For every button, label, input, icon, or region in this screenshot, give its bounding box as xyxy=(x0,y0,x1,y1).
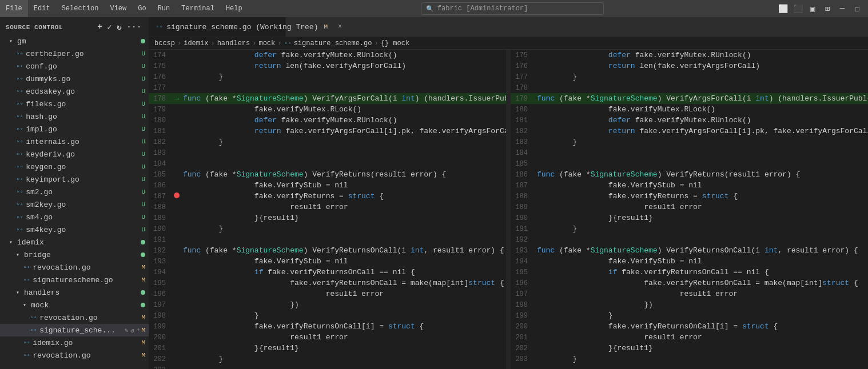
refresh-icon[interactable]: ↻ xyxy=(116,22,123,33)
code-line-196: 196 result1 error xyxy=(149,288,506,299)
status-badge: U xyxy=(141,188,149,195)
code-line-174: 174 defer fake.verifyMutex.RUnlock() xyxy=(149,50,506,61)
gutter-178: → xyxy=(173,93,181,104)
gutter-189 xyxy=(173,212,181,223)
line-num-186: 186 xyxy=(149,180,173,191)
expand-arrow-idemix: ▾ xyxy=(9,239,17,246)
sidebar-item-sm2[interactable]: ◦◦ sm2.go U xyxy=(0,186,149,198)
folder-label-mock: mock xyxy=(31,301,141,310)
rline-num-182: 182 xyxy=(511,126,535,137)
sidebar-item-gm[interactable]: ▾ gm xyxy=(0,35,149,47)
sidebar-item-keygen[interactable]: ◦◦ keygen.go U xyxy=(0,161,149,173)
layout-btn[interactable]: ⊞ xyxy=(821,2,834,15)
minimize-btn[interactable]: ─ xyxy=(836,2,849,15)
sidebar-item-sm2key[interactable]: ◦◦ sm2key.go U xyxy=(0,198,149,211)
rline-num-202: 202 xyxy=(511,343,535,354)
file-label: sm4key.go xyxy=(26,226,141,234)
sidebar-item-revocation3[interactable]: ◦◦ revocation.go M xyxy=(0,349,149,362)
line-num-195: 195 xyxy=(149,278,173,288)
menu-file[interactable]: File xyxy=(0,0,28,17)
go-file-icon: ◦◦ xyxy=(16,101,23,107)
sidebar-item-signaturescheme[interactable]: ◦◦ signaturescheme.go M xyxy=(0,274,149,286)
sidebar-item-idemix[interactable]: ▾ idemix xyxy=(0,236,149,248)
go-file-icon: ◦◦ xyxy=(16,88,23,95)
rline-num-185: 185 xyxy=(511,158,535,169)
search-box[interactable]: 🔍 fabric [Administrator] xyxy=(421,2,604,15)
rline-content-191: } xyxy=(535,223,868,234)
rline-num-187: 187 xyxy=(511,180,535,191)
code-line-179: 179 fake.verifyMutex.RLock() xyxy=(149,104,506,115)
stage-icon[interactable]: + xyxy=(137,327,141,334)
sidebar-item-mock[interactable]: ▾ mock xyxy=(0,299,149,311)
line-num-178: 178 xyxy=(149,93,173,104)
line-content-188: result1 error xyxy=(181,202,506,212)
panel2-toggle-btn[interactable]: ▣ xyxy=(806,2,819,15)
sidebar-item-handlers[interactable]: ▾ handlers xyxy=(0,286,149,299)
code-line-195: 195 fake.verifyReturnsOnCall = make(map[… xyxy=(149,278,506,288)
sidebar-item-bridge[interactable]: ▾ bridge xyxy=(0,248,149,261)
menu-terminal[interactable]: Terminal xyxy=(176,0,220,17)
maximize-btn[interactable]: ☐ xyxy=(851,2,863,15)
sidebar-item-hash[interactable]: ◦◦ hash.go U xyxy=(0,110,149,123)
menu-help[interactable]: Help xyxy=(220,0,248,17)
editors-container: 174 defer fake.verifyMutex.RUnlock() 175… xyxy=(149,50,868,369)
sidebar-item-revocation[interactable]: ◦◦ revocation.go M xyxy=(0,261,149,274)
code-line-200: 200 result1 error xyxy=(149,332,506,343)
sidebar-item-ecdsakey[interactable]: ◦◦ ecdsakey.go U xyxy=(0,85,149,98)
sidebar-item-dummyks[interactable]: ◦◦ dummyks.go U xyxy=(0,73,149,85)
sidebar-item-keyderiv[interactable]: ◦◦ keyderiv.go U xyxy=(0,148,149,161)
rename-icon[interactable]: ✎ xyxy=(125,327,129,334)
go-file-icon: ◦◦ xyxy=(16,163,23,170)
rline-content-193: func (fake *SignatureScheme) VerifyRetur… xyxy=(535,245,868,256)
menu-edit[interactable]: Edit xyxy=(28,0,56,17)
breadcrumb-handlers[interactable]: handlers xyxy=(217,39,250,47)
line-num-177: 177 xyxy=(149,82,173,93)
rcode-line-196: 196 fake.verifyReturnsOnCall = make(map[… xyxy=(511,278,868,288)
line-content-176: } xyxy=(181,71,506,82)
gutter-194 xyxy=(173,267,181,278)
gutter-203 xyxy=(173,364,181,369)
sidebar-item-certhelper[interactable]: ◦◦ certhelper.go U xyxy=(0,47,149,60)
sidebar-item-sm4[interactable]: ◦◦ sm4.go U xyxy=(0,211,149,223)
breadcrumb-bccsp[interactable]: bccsp xyxy=(154,39,175,47)
sidebar-item-fileks[interactable]: ◦◦ fileks.go U xyxy=(0,98,149,110)
sidebar-item-signaturescheme2[interactable]: ◦◦ signature_sche... ✎ ↺ + M xyxy=(0,324,149,336)
tab-close-btn[interactable]: × xyxy=(338,23,342,31)
line-content-184 xyxy=(181,158,506,169)
left-editor-pane: 174 defer fake.verifyMutex.RUnlock() 175… xyxy=(149,50,506,369)
breadcrumb-filename[interactable]: signature_scheme.go xyxy=(294,39,372,47)
gutter-181 xyxy=(173,126,181,137)
panel-toggle-btn[interactable]: ⬛ xyxy=(791,2,804,15)
breadcrumb-idemix[interactable]: idemix xyxy=(184,39,208,47)
left-editor-scroll[interactable]: 174 defer fake.verifyMutex.RUnlock() 175… xyxy=(149,50,506,369)
status-badge: U xyxy=(141,163,149,170)
commit-icon[interactable]: ✓ xyxy=(106,22,113,33)
right-editor-scroll[interactable]: 175 defer fake.verifyMutex.RUnlock() 176… xyxy=(511,50,868,369)
menu-run[interactable]: Run xyxy=(152,0,176,17)
sidebar-item-idemix2[interactable]: ◦◦ idemix.go M xyxy=(0,336,149,349)
sidebar-item-conf[interactable]: ◦◦ conf.go U xyxy=(0,60,149,73)
scroll-divider[interactable] xyxy=(506,50,511,369)
sidebar-item-internals[interactable]: ◦◦ internals.go U xyxy=(0,135,149,148)
sidebar-item-sm4key[interactable]: ◦◦ sm4key.go U xyxy=(0,223,149,236)
go-file-icon: ◦◦ xyxy=(23,352,30,359)
sidebar-item-impl[interactable]: ◦◦ impl.go U xyxy=(0,123,149,135)
status-badge: U xyxy=(141,101,149,107)
code-line-181: 181 return fake.verifyArgsForCall[i].pk,… xyxy=(149,126,506,137)
more-options-icon[interactable]: ··· xyxy=(125,22,143,33)
menu-view[interactable]: View xyxy=(104,0,132,17)
breadcrumb-symbol[interactable]: {} mock xyxy=(381,39,409,47)
sidebar-item-keyimport[interactable]: ◦◦ keyimport.go U xyxy=(0,173,149,186)
menu-go[interactable]: Go xyxy=(132,0,152,17)
line-content-189: }{result1} xyxy=(181,212,506,223)
rline-num-198: 198 xyxy=(511,299,535,310)
revert-icon[interactable]: ↺ xyxy=(130,327,134,334)
breadcrumb-mock[interactable]: mock xyxy=(258,39,275,47)
stage-all-icon[interactable]: + xyxy=(96,22,103,33)
tab-signature-scheme[interactable]: ◦◦ signature_scheme.go (Working Tree) M … xyxy=(149,17,286,37)
menu-selection[interactable]: Selection xyxy=(56,0,105,17)
rcode-line-177: 177 } xyxy=(511,71,868,82)
sidebar-toggle-btn[interactable]: ⬜ xyxy=(777,2,789,15)
sidebar-item-revocation2[interactable]: ◦◦ revocation.go M xyxy=(0,311,149,324)
status-badge: U xyxy=(141,126,149,133)
